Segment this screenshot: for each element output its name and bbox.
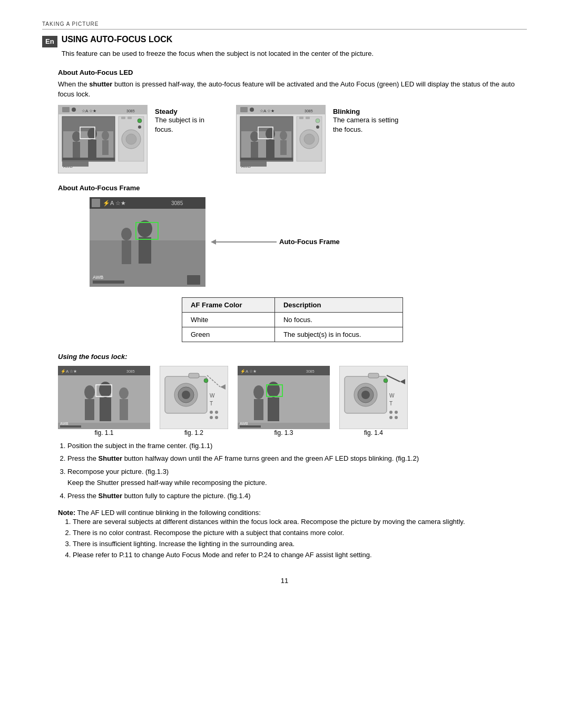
svg-text:⚡A ☆★: ⚡A ☆★ xyxy=(240,368,257,374)
note-intro: The AF LED will continue blinking in the… xyxy=(77,509,261,517)
page-number: 11 xyxy=(42,577,527,585)
step-2: Press the Shutter button halfway down un… xyxy=(67,453,527,464)
svg-point-4 xyxy=(72,131,81,142)
svg-point-118 xyxy=(361,391,370,399)
svg-rect-108 xyxy=(254,399,263,420)
svg-rect-39 xyxy=(240,107,248,112)
arrow-line xyxy=(211,237,279,247)
svg-point-97 xyxy=(210,416,213,419)
note-item-3: There is insufficient lighting. Increase… xyxy=(73,539,527,550)
svg-point-6 xyxy=(87,128,97,140)
svg-point-98 xyxy=(215,416,218,419)
svg-rect-25 xyxy=(127,117,132,119)
svg-point-47 xyxy=(304,134,315,144)
svg-rect-50 xyxy=(299,117,303,119)
svg-rect-7 xyxy=(88,140,96,158)
led-description: When the shutter button is pressed half-… xyxy=(58,79,527,100)
note-item-2: There is no color contrast. Recompose th… xyxy=(73,528,527,539)
fig-1-2-group: W T fig. 1.2 xyxy=(160,366,228,436)
svg-rect-119 xyxy=(368,373,379,378)
svg-rect-113 xyxy=(240,425,261,428)
focus-lock-section: Using the focus lock: ⚡A ☆★ 3085 xyxy=(58,353,527,561)
step-3: Recompose your picture. (fig.1.3) Keep t… xyxy=(67,467,527,489)
svg-rect-24 xyxy=(121,117,125,119)
svg-point-30 xyxy=(250,131,259,142)
blinking-group: ☆A ☆★ 3085 ◁ AWB Blinking The camera i xyxy=(236,105,398,173)
intro-text: This feature can be used to freeze the f… xyxy=(62,48,374,59)
svg-point-122 xyxy=(389,411,393,414)
camera-back-blinking: ☆A ☆★ 3085 ◁ AWB xyxy=(236,105,326,173)
svg-rect-35 xyxy=(280,140,287,155)
svg-point-124 xyxy=(389,416,393,419)
svg-text:☆A ☆★: ☆A ☆★ xyxy=(82,109,96,113)
fig-1-1-caption: fig. 1.1 xyxy=(94,429,113,436)
table-row: White No focus. xyxy=(182,312,403,327)
svg-rect-110 xyxy=(268,397,279,421)
note-item-4: Please refer to P.11 to change Auto Focu… xyxy=(73,550,527,561)
step-1: Position the subject in the frame center… xyxy=(67,441,527,452)
svg-text:3085: 3085 xyxy=(305,109,313,113)
svg-point-40 xyxy=(250,108,254,112)
svg-point-34 xyxy=(280,131,287,140)
af-frame-section: About Auto-Focus Frame ⚡A ☆★ 3085 xyxy=(58,184,527,287)
fig-1-2-caption: fig. 1.2 xyxy=(184,429,203,436)
fig-1-1-group: ⚡A ☆★ 3085 AWB fig. 1.1 xyxy=(58,366,150,436)
note-list: There are several subjects at different … xyxy=(73,517,527,560)
svg-point-78 xyxy=(84,385,95,399)
step-4: Press the Shutter button fully to captur… xyxy=(67,491,527,502)
svg-point-80 xyxy=(99,382,112,397)
svg-rect-42 xyxy=(240,158,293,160)
svg-rect-31 xyxy=(251,142,258,158)
svg-rect-69 xyxy=(93,280,124,284)
svg-rect-11 xyxy=(62,107,70,112)
svg-point-95 xyxy=(210,411,213,414)
af-color-white: White xyxy=(182,312,275,327)
svg-text:3085: 3085 xyxy=(126,109,135,113)
svg-point-123 xyxy=(395,411,398,414)
af-frame-heading: About Auto-Focus Frame xyxy=(58,184,527,192)
blinking-label: Blinking The camera is setting the focus… xyxy=(333,105,398,134)
af-table: AF Frame Color Description White No focu… xyxy=(182,297,403,342)
svg-text:3085: 3085 xyxy=(126,370,135,373)
af-frame-image: ⚡A ☆★ 3085 AWB xyxy=(90,197,205,287)
section-breadcrumb: TAKING A PICTURE xyxy=(42,21,527,30)
svg-point-125 xyxy=(395,416,398,419)
svg-point-109 xyxy=(267,382,280,397)
svg-rect-51 xyxy=(306,117,310,119)
svg-rect-79 xyxy=(85,399,94,420)
svg-rect-62 xyxy=(122,240,131,264)
svg-point-8 xyxy=(102,131,109,140)
svg-rect-16 xyxy=(62,158,115,160)
svg-point-12 xyxy=(72,108,76,112)
svg-rect-18 xyxy=(62,161,89,167)
fig-1-2-image: W T xyxy=(160,366,228,429)
svg-rect-44 xyxy=(240,161,267,167)
svg-text:3085: 3085 xyxy=(171,200,183,206)
svg-text:AWB: AWB xyxy=(93,275,103,280)
figure-row: ⚡A ☆★ 3085 AWB fig. 1.1 xyxy=(58,366,527,436)
svg-point-22 xyxy=(138,119,142,123)
svg-point-61 xyxy=(121,228,132,240)
af-desc-white: No focus. xyxy=(274,312,403,327)
af-table-col1: AF Frame Color xyxy=(182,297,275,312)
fig-1-4-group: W T fig. 1.4 xyxy=(339,366,408,436)
svg-rect-5 xyxy=(73,142,80,158)
steady-group: ☆A ☆★ 3085 ◁ AWB Steady xyxy=(58,105,204,173)
en-badge: En xyxy=(42,36,57,47)
steady-label: Steady The subject is in focus. xyxy=(155,105,204,134)
svg-rect-33 xyxy=(266,140,274,158)
svg-point-126 xyxy=(384,378,388,383)
svg-point-91 xyxy=(182,391,190,399)
fig-1-3-group: ⚡A ☆★ 3085 AWB fig. 1.3 xyxy=(238,366,330,436)
svg-point-96 xyxy=(215,411,218,414)
table-row: Green The subject(s) is in focus. xyxy=(182,327,403,342)
svg-point-32 xyxy=(266,128,275,140)
svg-rect-106 xyxy=(238,375,330,423)
svg-point-48 xyxy=(316,119,320,123)
led-images-row: ☆A ☆★ 3085 ◁ AWB Steady xyxy=(58,105,527,173)
svg-text:T: T xyxy=(210,401,213,406)
svg-rect-54 xyxy=(92,199,100,207)
svg-rect-83 xyxy=(120,399,128,420)
svg-rect-86 xyxy=(60,425,81,428)
svg-rect-81 xyxy=(100,397,111,421)
